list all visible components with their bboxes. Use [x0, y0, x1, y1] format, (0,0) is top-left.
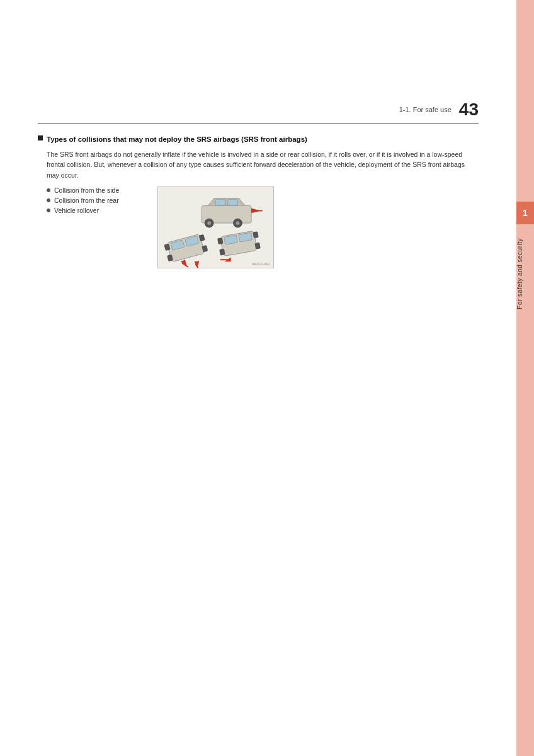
page-header: 1-1. For safe use 43: [38, 0, 479, 124]
page-container: 1 For safety and security 1-1. For safe …: [0, 0, 534, 756]
bullet-text-1: Collision from the side: [54, 186, 119, 194]
main-content: 1-1. For safe use 43 Types of collisions…: [0, 0, 516, 756]
section-heading: Types of collisions that may not deploy …: [38, 134, 479, 144]
bullet-text-2: Collision from the rear: [54, 197, 119, 204]
svg-rect-3: [228, 200, 238, 206]
bullet-text-3: Vehicle rollover: [54, 207, 99, 214]
list-item: Collision from the side: [47, 186, 147, 194]
content-with-image: Collision from the side Collision from t…: [38, 186, 479, 268]
page-number: 43: [459, 101, 479, 118]
sidebar-chapter-number: 1: [516, 202, 534, 224]
bullet-dot: [47, 209, 50, 212]
bullet-dot: [47, 198, 50, 202]
list-item: Collision from the rear: [47, 197, 147, 204]
bullet-dot: [47, 188, 50, 192]
right-sidebar: 1 For safety and security: [516, 0, 534, 756]
section-heading-text: Types of collisions that may not deploy …: [47, 134, 307, 144]
svg-point-5: [207, 221, 211, 225]
heading-icon: [38, 135, 43, 140]
svg-rect-2: [215, 200, 225, 206]
body-text: The SRS front airbags do not generally i…: [38, 149, 479, 180]
section-label: 1-1. For safe use: [399, 106, 452, 113]
vehicle-diagram: INDCG010: [157, 186, 274, 268]
list-item: Vehicle rollover: [47, 207, 147, 214]
sidebar-chapter-label: For safety and security: [516, 233, 534, 314]
svg-text:INDCG010: INDCG010: [252, 262, 271, 266]
bullet-list: Collision from the side Collision from t…: [47, 186, 147, 217]
diagram-svg: INDCG010: [158, 187, 273, 268]
svg-point-7: [236, 221, 240, 225]
